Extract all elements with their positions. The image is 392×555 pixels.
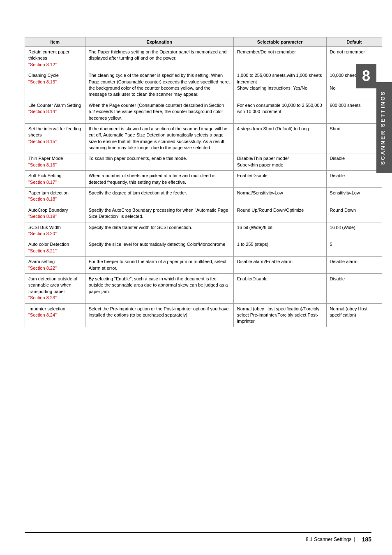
section-link[interactable]: "Section 8.18" [28,197,57,201]
selectable-cell: Disable alarm/Enable alarm [233,257,326,274]
table-row: Alarm setting"Section 8.22"For the beepe… [25,257,382,274]
explanation-cell: Specify the degree of jam detection at t… [85,188,233,205]
selectable-cell: Enable/Disable [233,273,326,303]
col-header-default: Default [326,37,382,47]
explanation-cell: When a number of sheets are picked at a … [85,171,233,188]
explanation-cell: For the beeper to sound the alarm of a p… [85,257,233,274]
footer-label: 8.1 Scanner Settings [306,536,351,542]
table-row: Retain current paper thickness"Section 8… [25,47,382,70]
item-cell: Life Counter Alarm Setting"Section 8.14" [25,100,85,123]
table-row: Thin Paper Mode"Section 8.16"To scan thi… [25,153,382,171]
section-link[interactable]: "Section 8.13" [28,79,57,84]
table-row: Auto color Detection"Section 8.21"Specif… [25,239,382,257]
table-row: Soft Pick Setting"Section 8.17"When a nu… [25,171,382,188]
selectable-cell: 1,000 to 255,000 sheets,with 1,000 sheet… [233,70,326,100]
item-cell: Soft Pick Setting"Section 8.17" [25,171,85,188]
explanation-cell: When the Page counter (Consumable counte… [85,100,233,123]
section-link[interactable]: "Section 8.16" [28,162,57,167]
table-row: SCSI Bus Width"Section 8.20"Specify the … [25,222,382,239]
section-link[interactable]: "Section 8.23" [28,295,57,300]
item-cell: Imprinter selection"Section 8.24" [25,303,85,327]
selectable-cell: Remember/Do not remember [233,47,326,70]
section-link[interactable]: "Section 8.21" [28,248,57,253]
selectable-cell: For each consumable 10,000 to 2,550,000 … [233,100,326,123]
item-cell: Jam detection outside of scannable area … [25,273,85,303]
selectable-cell: 16 bit (Wide)/8 bit [233,222,326,239]
table-row: Set the interval for feeding sheets"Sect… [25,123,382,153]
default-cell: Short [326,123,382,153]
col-header-item: Item [25,37,85,47]
explanation-cell: Specify the data transfer width for SCSI… [85,222,233,239]
default-cell: 5 [326,239,382,257]
section-link[interactable]: "Section 8.20" [28,231,57,236]
explanation-cell: Specify the AutoCrop Boundary processing… [85,205,233,222]
default-cell: Disable [326,171,382,188]
default-cell: Sensitivity-Low [326,188,382,205]
chapter-number: 8 [356,64,376,88]
explanation-cell: Specify the slice level for automaticall… [85,239,233,257]
col-header-selectable: Selectable parameter [233,37,326,47]
section-link[interactable]: "Section 8.24" [28,312,57,317]
explanation-cell: Select the Pre-imprinter option or the P… [85,303,233,327]
section-link[interactable]: "Section 8.19" [28,214,57,219]
explanation-cell: If the document is skewed and a section … [85,123,233,153]
section-link[interactable]: "Section 8.22" [28,266,57,271]
selectable-cell: Round Up/Round Down/Optimize [233,205,326,222]
default-cell: Round Down [326,205,382,222]
section-link[interactable]: "Section 8.12" [28,62,57,67]
side-tab: SCANNER SETTINGS [376,82,392,173]
settings-table: Item Explanation Selectable parameter De… [25,37,382,327]
item-cell: Auto color Detection"Section 8.21" [25,239,85,257]
explanation-cell: The cleaning cycle of the scanner is spe… [85,70,233,100]
table-row: Cleaning Cycle"Section 8.13"The cleaning… [25,70,382,100]
page-container: 8 SCANNER SETTINGS Item Explanation Sele… [0,0,392,555]
item-cell: Retain current paper thickness"Section 8… [25,47,85,70]
default-cell: 600,000 sheets [326,100,382,123]
footer-page: 185 [362,536,371,543]
section-link[interactable]: "Section 8.15" [28,139,57,144]
item-cell: Set the interval for feeding sheets"Sect… [25,123,85,153]
table-row: Jam detection outside of scannable area … [25,273,382,303]
table-row: Paper jam detection"Section 8.18"Specify… [25,188,382,205]
item-cell: Paper jam detection"Section 8.18" [25,188,85,205]
explanation-cell: The Paper thickness setting on the Opera… [85,47,233,70]
selectable-cell: 4 steps from Short (Default) to Long [233,123,326,153]
table-row: AutoCrop Boundary"Section 8.19"Specify t… [25,205,382,222]
item-cell: Thin Paper Mode"Section 8.16" [25,153,85,171]
default-cell: Disable alarm [326,257,382,274]
default-cell: Disable [326,273,382,303]
footer-bar: 8.1 Scanner Settings | 185 [25,532,371,543]
default-cell: 16 bit (Wide) [326,222,382,239]
selectable-cell: Normal (obey Host specification)/Forcibl… [233,303,326,327]
section-link[interactable]: "Section 8.17" [28,180,57,185]
item-cell: SCSI Bus Width"Section 8.20" [25,222,85,239]
col-header-explanation: Explanation [85,37,233,47]
explanation-cell: By selecting "Enable", such a case in wh… [85,273,233,303]
item-cell: Alarm setting"Section 8.22" [25,257,85,274]
table-row: Imprinter selection"Section 8.24"Select … [25,303,382,327]
selectable-cell: 1 to 255 (steps) [233,239,326,257]
default-cell: Normal (obey Host specification) [326,303,382,327]
item-cell: AutoCrop Boundary"Section 8.19" [25,205,85,222]
item-cell: Cleaning Cycle"Section 8.13" [25,70,85,100]
selectable-cell: Normal/Sensitivity-Low [233,188,326,205]
default-cell: Disable [326,153,382,171]
selectable-cell: Enable/Disable [233,171,326,188]
section-link[interactable]: "Section 8.14" [28,109,57,114]
footer-separator: | [354,536,355,542]
selectable-cell: Disable/Thin paper mode/Super-thin paper… [233,153,326,171]
explanation-cell: To scan thin paper documents, enable thi… [85,153,233,171]
table-row: Life Counter Alarm Setting"Section 8.14"… [25,100,382,123]
